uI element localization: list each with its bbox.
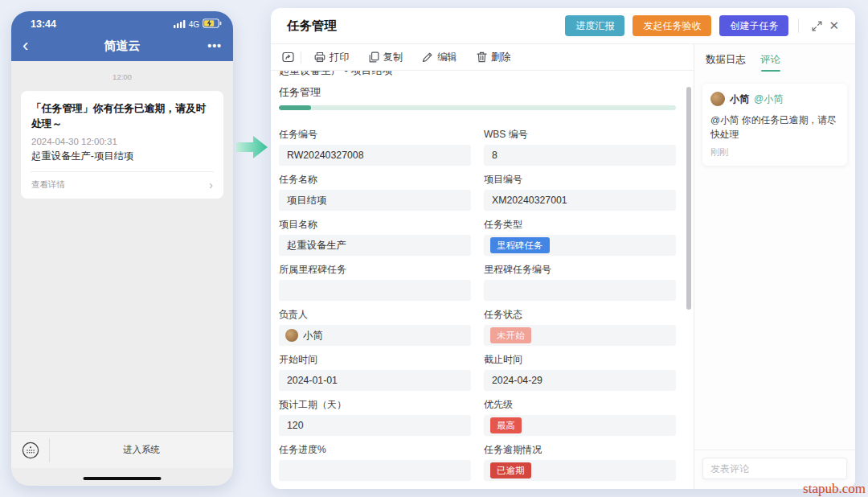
- expand-icon[interactable]: [809, 19, 825, 33]
- status-not-started-tag: 未开始: [490, 327, 531, 343]
- flow-arrow-icon: [236, 134, 268, 163]
- field-value-box: XM20240327001: [484, 190, 676, 211]
- delete-button[interactable]: 删除: [477, 51, 511, 64]
- comment-item: 小简 @小简 @小简 你的任务已逾期，请尽快处理 刚刚: [702, 84, 847, 166]
- overdue-tag: 已逾期: [490, 462, 531, 479]
- back-chevron-icon[interactable]: ‹: [23, 38, 42, 54]
- clipped-breadcrumb: 起重设备生产 - 项目结项: [279, 71, 676, 78]
- field-due-date: 截止时间 2024-04-29: [484, 354, 676, 391]
- phone-nav-bar: ‹ 简道云 •••: [23, 32, 222, 60]
- share-icon[interactable]: [282, 51, 294, 63]
- field-overdue-status: 任务逾期情况 已逾期: [484, 444, 676, 481]
- field-value-box: 小简: [279, 325, 471, 346]
- field-label: 项目名称: [279, 219, 471, 231]
- field-task-number: 任务编号 RW20240327008: [279, 129, 471, 166]
- commenter-name: 小简: [730, 92, 749, 106]
- create-subtask-button[interactable]: 创建子任务: [719, 15, 788, 36]
- edit-label: 编辑: [437, 51, 457, 64]
- close-icon[interactable]: ✕: [825, 17, 842, 35]
- field-value-box: 未开始: [484, 325, 676, 346]
- window-title: 任务管理: [287, 18, 557, 35]
- field-milestone-number: 里程碑任务编号: [484, 264, 676, 301]
- field-project-number: 项目编号 XM20240327001: [484, 174, 676, 211]
- owner-avatar: [285, 329, 298, 342]
- field-label: 任务逾期情况: [484, 444, 676, 456]
- field-label: 任务状态: [484, 309, 676, 321]
- field-priority: 优先级 最高: [484, 399, 676, 436]
- chat-timestamp: 12:00: [11, 72, 233, 81]
- network-label: 4G: [189, 20, 199, 29]
- comments-tabs: 数据日志 评论: [694, 44, 855, 79]
- print-button[interactable]: 打印: [314, 51, 350, 64]
- view-details-label: 查看详情: [31, 179, 65, 191]
- keypad-circle-icon[interactable]: [11, 438, 50, 462]
- tab-comments[interactable]: 评论: [760, 53, 780, 72]
- field-value-box: 120: [279, 415, 471, 436]
- field-value-box: 2024-01-01: [279, 370, 471, 391]
- field-value-box: [279, 280, 471, 301]
- field-label: 里程碑任务编号: [484, 264, 676, 276]
- section-title: 任务管理: [279, 85, 676, 100]
- delete-label: 删除: [491, 51, 511, 64]
- commenter-avatar: [710, 92, 725, 106]
- field-task-type: 任务类型 里程碑任务: [484, 219, 676, 256]
- field-value-box: RW20240327008: [279, 145, 471, 166]
- copy-label: 复制: [383, 51, 403, 64]
- field-value-box: 已逾期: [484, 460, 676, 481]
- watermark: stapub.com: [803, 481, 866, 497]
- print-label: 打印: [330, 51, 350, 64]
- milestone-task-tag: 里程碑任务: [490, 237, 550, 253]
- field-value-box: [279, 460, 471, 481]
- notification-card[interactable]: 「任务管理」你有任务已逾期，请及时处理～ 2024-04-30 12:00:31…: [21, 91, 223, 199]
- toolbar-separator: [301, 51, 301, 64]
- field-task-progress: 任务进度%: [279, 444, 471, 481]
- field-label: 预计工期（天）: [279, 399, 471, 411]
- comments-pane: 数据日志 评论 小简 @小简 @小简 你的任务已逾期，请尽快处理 刚刚: [694, 44, 855, 489]
- field-label: 开始时间: [279, 354, 471, 366]
- start-acceptance-button[interactable]: 发起任务验收: [633, 15, 711, 36]
- signal-icon: [174, 17, 186, 31]
- field-duration-days: 预计工期（天） 120: [279, 399, 471, 436]
- field-label: 优先级: [484, 399, 676, 411]
- field-start-date: 开始时间 2024-01-01: [279, 354, 471, 391]
- form-scroll-area[interactable]: 起重设备生产 - 项目结项 任务管理 任务编号 RW20240327008 WB…: [271, 71, 694, 489]
- field-project-name: 项目名称 起重设备生产: [279, 219, 471, 256]
- field-label: 所属里程碑任务: [279, 264, 471, 276]
- field-label: 任务进度%: [279, 444, 471, 456]
- enter-system-button[interactable]: 进入系统: [50, 444, 233, 456]
- comment-mention[interactable]: @小简: [754, 92, 783, 106]
- task-detail-window: 任务管理 进度汇报 发起任务验收 创建子任务 ✕ 打印 复制: [271, 8, 855, 489]
- field-value-box: 最高: [484, 415, 676, 436]
- edit-button[interactable]: 编辑: [422, 51, 457, 64]
- comment-time: 刚刚: [710, 146, 839, 158]
- field-value-box: 8: [484, 145, 676, 166]
- section-progress-bar: [279, 105, 676, 110]
- chevron-right-icon: ›: [209, 179, 213, 191]
- view-details-row[interactable]: 查看详情 ›: [31, 172, 213, 191]
- record-toolbar: 打印 复制 编辑 删除: [271, 44, 694, 71]
- battery-charging-icon: [203, 17, 222, 31]
- more-menu-icon[interactable]: •••: [203, 39, 222, 52]
- field-label: 项目编号: [484, 174, 676, 186]
- field-task-name: 任务名称 项目结项: [279, 174, 471, 211]
- field-grid: 任务编号 RW20240327008 WBS 编号 8 任务名称 项目结项 项目…: [279, 129, 676, 481]
- progress-report-button[interactable]: 进度汇报: [565, 15, 624, 36]
- field-task-status: 任务状态 未开始: [484, 309, 676, 346]
- home-indicator: [84, 477, 162, 481]
- copy-button[interactable]: 复制: [369, 51, 403, 64]
- field-wbs-number: WBS 编号 8: [484, 129, 676, 166]
- field-label: WBS 编号: [484, 129, 676, 141]
- field-label: 任务名称: [279, 174, 471, 186]
- form-pane: 打印 复制 编辑 删除 起重设备生产 - 项目结项: [271, 44, 694, 489]
- field-label: 任务类型: [484, 219, 676, 231]
- field-parent-milestone: 所属里程碑任务: [279, 264, 471, 301]
- field-value-box: [484, 280, 676, 301]
- form-scrollbar[interactable]: [686, 87, 691, 310]
- section-progress-fill: [279, 105, 311, 110]
- tab-data-log[interactable]: 数据日志: [706, 53, 746, 72]
- priority-highest-tag: 最高: [490, 417, 522, 433]
- comment-input[interactable]: [702, 458, 847, 479]
- field-value-box: 项目结项: [279, 190, 471, 211]
- notification-datetime: 2024-04-30 12:00:31: [31, 137, 213, 146]
- phone-status-bar: 13:44 4G: [23, 16, 222, 32]
